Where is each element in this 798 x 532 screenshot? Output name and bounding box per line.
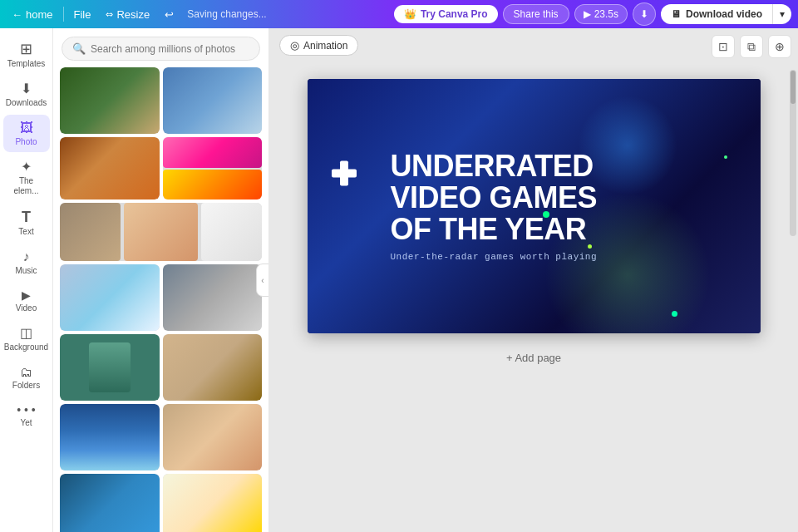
sidebar-item-text[interactable]: T Text — [3, 203, 50, 242]
try-canva-label: Try Canva Pro — [421, 8, 488, 20]
sidebar-item-photo[interactable]: 🖼 Photo — [3, 115, 50, 152]
undo-button[interactable]: ↩ — [160, 8, 179, 21]
music-icon: ♪ — [23, 250, 30, 264]
sidebar-item-music[interactable]: ♪ Music — [3, 244, 50, 281]
canvas-content: UNDERRATED VIDEO GAMES OF THE YEAR Under… — [269, 62, 798, 532]
sidebar-item-video[interactable]: ▶ Video — [3, 283, 50, 318]
templates-icon: ⊞ — [20, 42, 32, 57]
more-icon: • • • — [17, 404, 35, 416]
file-label: File — [74, 8, 91, 21]
photo-item[interactable] — [60, 137, 160, 200]
download-video-label: Download video — [686, 8, 762, 20]
home-label: home — [26, 8, 53, 21]
resize-button[interactable]: ⇔ Resize — [101, 8, 155, 21]
video-label: Video — [16, 303, 37, 313]
folders-icon: 🗂 — [20, 366, 32, 378]
photo-grid — [53, 67, 268, 532]
play-icon: ▶ — [584, 8, 591, 20]
main-layout: ⊞ Templates ⬇ Downloads 🖼 Photo ✦ The el… — [0, 28, 798, 532]
photo-search-area: 🔍 — [53, 28, 268, 67]
undo-icon: ↩ — [165, 8, 174, 21]
canvas-area: ◎ Animation ⊡ ⧉ ⊕ — [269, 28, 798, 532]
slide-title: UNDERRATED VIDEO GAMES OF THE YEAR — [391, 150, 736, 244]
preview-button[interactable]: ▶ 23.5s — [574, 4, 628, 24]
sidebar-item-background[interactable]: ◫ Background — [3, 320, 50, 357]
photo-item[interactable] — [60, 203, 262, 261]
templates-label: Templates — [7, 59, 46, 69]
photo-item[interactable] — [163, 264, 263, 331]
crown-icon: 👑 — [404, 8, 416, 20]
photo-panel: 🔍 — [53, 28, 269, 532]
share-button[interactable]: Share this — [503, 4, 569, 24]
video-icon: ▶ — [22, 289, 31, 301]
more-options-button[interactable]: ⊕ — [768, 35, 791, 58]
sidebar-item-folders[interactable]: 🗂 Folders — [3, 359, 50, 396]
text-label: Text — [18, 227, 33, 237]
add-page-label: + Add page — [506, 352, 561, 364]
animation-button[interactable]: ◎ Animation — [279, 35, 358, 56]
top-navigation: ← home File ⇔ Resize ↩ Saving changes...… — [0, 0, 798, 28]
slide-title-line2: VIDEO GAMES — [391, 182, 736, 214]
home-arrow-icon: ← — [12, 8, 22, 21]
file-button[interactable]: File — [69, 8, 96, 21]
search-input[interactable] — [91, 43, 249, 55]
resize-icon: ⇔ — [106, 9, 113, 20]
photo-icon: 🖼 — [20, 121, 33, 135]
slide-subtitle: Under-the-radar games worth playing — [391, 252, 736, 262]
elements-icon: ✦ — [21, 160, 32, 174]
resize-label: Resize — [116, 8, 150, 21]
text-icon: T — [22, 209, 31, 224]
photo-item[interactable] — [60, 264, 160, 331]
nav-divider-1 — [63, 7, 64, 22]
chevron-down-icon: ▾ — [780, 8, 785, 20]
download-options-button[interactable]: ▾ — [772, 4, 791, 24]
canvas-top-right-actions: ⊡ ⧉ ⊕ — [712, 35, 791, 58]
share-label: Share this — [514, 8, 559, 20]
download-icon-btn[interactable]: ⬇ — [633, 2, 656, 26]
photo-item[interactable] — [163, 474, 263, 532]
downloads-label: Downloads — [6, 98, 47, 108]
animation-label: Animation — [303, 40, 347, 52]
play-duration: 23.5s — [594, 8, 618, 20]
photo-label: Photo — [15, 137, 37, 147]
sidebar-item-templates[interactable]: ⊞ Templates — [3, 35, 50, 74]
tools-sidebar: ⊞ Templates ⬇ Downloads 🖼 Photo ✦ The el… — [0, 28, 53, 532]
photo-item[interactable] — [163, 334, 263, 401]
music-label: Music — [15, 266, 37, 276]
duplicate-icon: ⧉ — [747, 40, 756, 54]
slide[interactable]: UNDERRATED VIDEO GAMES OF THE YEAR Under… — [308, 79, 761, 333]
background-icon: ◫ — [20, 327, 32, 340]
photo-item[interactable] — [60, 334, 160, 401]
more-options-icon: ⊕ — [775, 40, 785, 53]
copy-style-button[interactable]: ⊡ — [712, 35, 735, 58]
duplicate-button[interactable]: ⧉ — [740, 35, 763, 58]
sidebar-item-downloads[interactable]: ⬇ Downloads — [3, 76, 50, 113]
collapse-panel-button[interactable]: ‹ — [256, 264, 269, 297]
add-page-area: + Add page — [308, 347, 761, 369]
background-label: Background — [4, 342, 48, 352]
sidebar-item-yet[interactable]: • • • Yet — [3, 397, 50, 433]
downloads-icon: ⬇ — [21, 82, 32, 96]
slide-title-line1: UNDERRATED — [391, 150, 736, 182]
try-canva-button[interactable]: 👑 Try Canva Pro — [394, 5, 498, 23]
photo-item[interactable] — [163, 137, 263, 200]
folders-label: Folders — [12, 381, 40, 391]
add-page-button[interactable]: + Add page — [490, 347, 578, 369]
photo-item[interactable] — [60, 67, 160, 134]
animation-icon: ◎ — [290, 39, 299, 52]
photo-item[interactable] — [60, 474, 160, 532]
photo-item[interactable] — [163, 67, 263, 134]
video-download-icon: 🖥 — [671, 8, 681, 20]
download-video-button[interactable]: 🖥 Download video — [661, 4, 772, 24]
download-arrow-icon: ⬇ — [640, 8, 648, 20]
photo-item[interactable] — [163, 404, 263, 470]
saving-status: Saving changes... — [187, 8, 266, 20]
search-box: 🔍 — [62, 37, 260, 61]
sidebar-item-elements[interactable]: ✦ The elem... — [3, 154, 50, 201]
copy-style-icon: ⊡ — [718, 40, 728, 53]
home-button[interactable]: ← home — [7, 8, 58, 21]
photo-item[interactable] — [60, 404, 160, 470]
download-area: 🖥 Download video ▾ — [661, 4, 791, 24]
search-icon: 🔍 — [72, 42, 86, 55]
elements-label: The elem... — [7, 176, 47, 196]
